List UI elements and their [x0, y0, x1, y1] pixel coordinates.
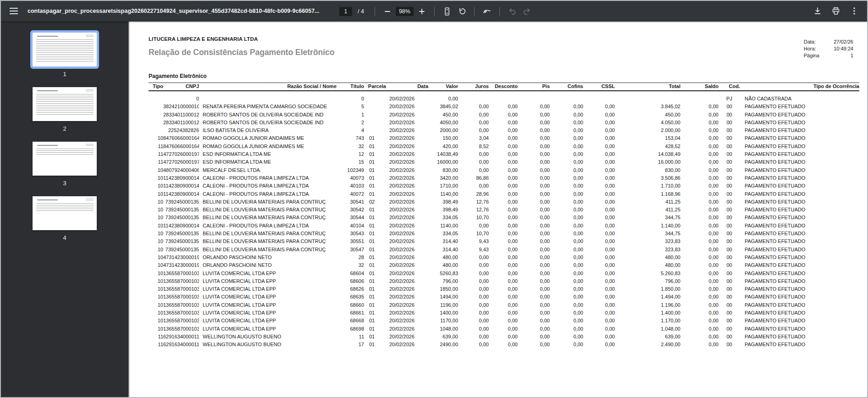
pdf-page-1: LITUCERA LIMPEZA E ENGENHARIA LTDA Relaç… — [129, 22, 867, 397]
table-row: 1011423809000142CALEONI - PRODUTOS PARA … — [149, 182, 859, 190]
table-row: 101365587000103LUVITA COMERCIAL LTDA EPP… — [149, 317, 859, 325]
report-meta: Data: 27/02/26 Hora: 10:49:24 Página 1 — [804, 39, 853, 59]
thumbnail-preview[interactable] — [33, 87, 97, 121]
column-header: Razão Social / Nome — [199, 83, 337, 91]
table-row: 0020/02/20260,00PJNÃO CADASTRADA — [149, 95, 859, 103]
table-row: 10739245000135BELLINI DE LOUVEIRA MATERI… — [149, 246, 859, 254]
table-row: 10739245000135BELLINI DE LOUVEIRA MATERI… — [149, 214, 859, 221]
thumbnail-page-number: 3 — [63, 180, 66, 187]
table-row: 28334011000127ROBERTO SANTOS DE OLIVEIRA… — [149, 111, 859, 119]
page-count-label: / 4 — [358, 8, 364, 15]
table-row: 1047314230000199ORLANDO PASCHOINI NETO28… — [149, 254, 859, 261]
page-thumbnail[interactable]: 4 — [33, 196, 97, 241]
column-header: Tipo de Ocorrência — [740, 83, 859, 91]
column-header: Pis — [518, 83, 550, 91]
table-body: 0020/02/20260,00PJNÃO CADASTRADA38242100… — [149, 91, 859, 349]
table-row: 114727026000197ESD INFORMATICA LTDA ME15… — [149, 158, 859, 166]
more-options-icon[interactable] — [848, 5, 861, 17]
toolbar-center-controls: 1 / 4 98% — [339, 1, 533, 22]
pdf-viewer-window: contaspagar_proc_processaretsispag202602… — [0, 0, 868, 398]
rotate-icon[interactable] — [455, 5, 468, 18]
fit-to-page-icon[interactable] — [441, 5, 453, 18]
table-row: 1162916340000114WELLINGTON AUGUSTO BUENO… — [149, 341, 859, 348]
thumbnail-page-number: 1 — [63, 71, 66, 77]
meta-data-value: 27/02/26 — [824, 39, 853, 45]
thumbnail-preview[interactable] — [33, 142, 97, 176]
table-row: 101365587000103LUVITA COMERCIAL LTDA EPP… — [149, 293, 859, 301]
table-row: 1162916340000114WELLINGTON AUGUSTO BUENO… — [149, 333, 859, 341]
table-row: 22524382826ILSO BATISTA DE OLIVEIRA420/0… — [149, 127, 859, 134]
table-row: 1047314230000199ORLANDO PASCHOINI NETO32… — [149, 261, 859, 269]
meta-hora-label: Hora: — [804, 45, 819, 52]
menu-icon[interactable] — [7, 5, 20, 17]
table-row: 10739245000135BELLINI DE LOUVEIRA MATERI… — [149, 230, 859, 238]
toolbar-divider — [474, 7, 475, 16]
table-row: 10739245000135BELLINI DE LOUVEIRA MATERI… — [149, 206, 859, 214]
thumbnail-preview[interactable] — [33, 196, 97, 230]
viewer-body: 1 2 3 4 LITUCERA LIMPEZA E ENGENHARIA LT… — [1, 22, 867, 397]
column-header: CNPJ — [163, 83, 199, 91]
meta-pagina-value: 1 — [824, 52, 853, 59]
column-header: Valor — [428, 83, 458, 91]
table-row: 118476066000164ROMAO GOGOLLA JUNIOR ANDA… — [149, 143, 859, 150]
table-row: 38242100000105RENATA PEREIRA PIMENTA CAM… — [149, 103, 859, 111]
redo-icon[interactable] — [520, 5, 533, 18]
undo-icon[interactable] — [506, 5, 519, 18]
page-thumbnail[interactable]: 2 — [33, 87, 97, 132]
table-row: 101365587000103LUVITA COMERCIAL LTDA EPP… — [149, 301, 859, 309]
report-title: Relação de Consistências Pagamento Eletr… — [149, 48, 854, 57]
annotate-icon[interactable] — [481, 5, 493, 18]
zoom-level-input[interactable]: 98% — [396, 7, 414, 16]
table-row: 101365587000103LUVITA COMERCIAL LTDA EPP… — [149, 277, 859, 285]
column-header: Saldo — [680, 83, 719, 91]
table-row: 104807924000406MERCALF DIESEL LTDA.10234… — [149, 166, 859, 174]
zoom-out-icon[interactable] — [381, 5, 394, 18]
thumbnail-page-number: 4 — [63, 234, 66, 241]
table-row: 101365587000103LUVITA COMERCIAL LTDA EPP… — [149, 270, 859, 277]
table-row: 10739245000135BELLINI DE LOUVEIRA MATERI… — [149, 238, 859, 245]
table-row: 10739245000135BELLINI DE LOUVEIRA MATERI… — [149, 198, 859, 206]
zoom-in-icon[interactable] — [415, 5, 428, 18]
meta-hora-value: 10:49:24 — [824, 45, 853, 52]
pdf-toolbar: contaspagar_proc_processaretsispag202602… — [1, 1, 867, 22]
payments-table: TipoCNPJRazão Social / NomeTítuloParcela… — [149, 83, 859, 349]
thumbnail-preview[interactable] — [33, 33, 97, 66]
column-header: Total — [615, 83, 680, 91]
table-row: 114727026000197ESD INFORMATICA LTDA ME12… — [149, 150, 859, 158]
thumbnail-list: 1 2 3 4 — [33, 33, 97, 251]
table-row: 108476066000164ROMAO GOGOLLA JUNIOR ANDA… — [149, 134, 859, 142]
pdf-page-area: LITUCERA LIMPEZA E ENGENHARIA LTDA Relaç… — [128, 22, 867, 397]
page-number-input[interactable]: 1 — [339, 7, 352, 16]
page-thumbnail[interactable]: 3 — [33, 142, 97, 187]
table-row: 1011423809000142CALEONI - PRODUTOS PARA … — [149, 190, 859, 198]
column-header: Cofins — [550, 83, 583, 91]
column-header: Desconto — [489, 83, 518, 91]
toolbar-divider — [499, 7, 500, 16]
table-row: 28334011000127ROBERTO SANTOS DE OLIVEIRA… — [149, 119, 859, 127]
column-header: Data — [386, 83, 428, 91]
print-icon[interactable] — [829, 5, 842, 17]
download-icon[interactable] — [811, 5, 824, 17]
thumbnail-sidebar: 1 2 3 4 — [1, 22, 128, 397]
company-name: LITUCERA LIMPEZA E ENGENHARIA LTDA — [149, 36, 854, 42]
table-row: 1011423809000142CALEONI - PRODUTOS PARA … — [149, 174, 859, 182]
toolbar-divider — [375, 7, 375, 16]
meta-data-label: Data: — [804, 39, 819, 45]
table-row: 101365587000103LUVITA COMERCIAL LTDA EPP… — [149, 325, 859, 333]
column-header: CSSL — [583, 83, 615, 91]
document-title: contaspagar_proc_processaretsispag202602… — [28, 8, 320, 14]
column-header: Tipo — [149, 83, 163, 91]
column-header: Juros — [458, 83, 489, 91]
column-header: Título — [337, 83, 364, 91]
toolbar-right-controls — [811, 5, 861, 17]
column-header: Parcela — [364, 83, 386, 91]
table-row: 101365587000103LUVITA COMERCIAL LTDA EPP… — [149, 309, 859, 317]
meta-pagina-label: Página — [804, 52, 819, 59]
table-row: 101365587000103LUVITA COMERCIAL LTDA EPP… — [149, 285, 859, 293]
column-header: Cod. — [719, 83, 740, 91]
section-title: Pagamento Eletrônico — [149, 73, 854, 79]
page-thumbnail[interactable]: 1 — [33, 33, 97, 77]
thumbnail-page-number: 2 — [63, 125, 66, 132]
toolbar-divider — [434, 7, 435, 16]
table-row: 1011423809000142CALEONI - PRODUTOS PARA … — [149, 222, 859, 230]
